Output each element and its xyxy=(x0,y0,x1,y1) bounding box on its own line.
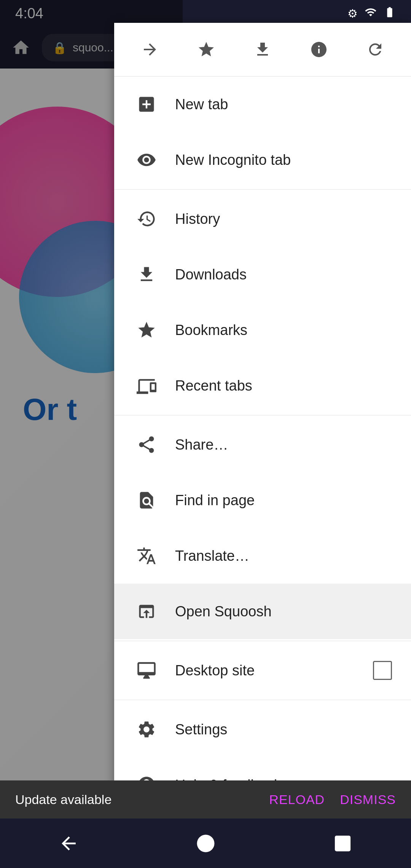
menu-item-downloads[interactable]: Downloads xyxy=(114,247,411,302)
translate-icon xyxy=(133,542,160,569)
menu-item-new-incognito-tab[interactable]: New Incognito tab xyxy=(114,132,411,188)
status-icons: ⚙ xyxy=(347,6,396,21)
bookmarks-label: Bookmarks xyxy=(175,322,392,338)
menu-item-bookmarks[interactable]: Bookmarks xyxy=(114,302,411,358)
nav-bar xyxy=(0,819,411,868)
settings-icon: ⚙ xyxy=(347,7,358,20)
open-squoosh-label: Open Squoosh xyxy=(175,603,392,620)
new-tab-label: New tab xyxy=(175,96,392,113)
downloads-icon xyxy=(133,261,160,288)
history-icon xyxy=(133,206,160,232)
translate-label: Translate… xyxy=(175,548,392,564)
downloads-label: Downloads xyxy=(175,266,392,283)
menu-item-history[interactable]: History xyxy=(114,191,411,247)
update-text: Update available xyxy=(15,792,112,807)
history-label: History xyxy=(175,211,392,227)
find-in-page-icon xyxy=(133,487,160,514)
back-button[interactable] xyxy=(49,824,88,862)
update-actions: RELOAD DISMISS xyxy=(269,792,396,807)
recent-tabs-icon xyxy=(133,372,160,399)
menu-item-share[interactable]: Share… xyxy=(114,417,411,472)
bookmark-button[interactable] xyxy=(191,34,221,65)
divider-2 xyxy=(114,415,411,415)
share-label: Share… xyxy=(175,437,392,453)
divider-1 xyxy=(114,189,411,190)
desktop-site-checkbox[interactable] xyxy=(373,661,392,680)
menu-item-find-in-page[interactable]: Find in page xyxy=(114,472,411,528)
settings-menu-icon xyxy=(133,716,160,743)
forward-button[interactable] xyxy=(135,34,165,65)
svg-rect-1 xyxy=(335,835,350,851)
signal-icon xyxy=(365,6,377,21)
recent-tabs-label: Recent tabs xyxy=(175,378,392,394)
divider-4 xyxy=(114,700,411,700)
menu-toolbar xyxy=(114,23,411,77)
menu-item-desktop-site[interactable]: Desktop site xyxy=(114,643,411,698)
reload-button[interactable]: RELOAD xyxy=(269,792,325,807)
battery-icon xyxy=(384,6,396,21)
context-menu: New tab New Incognito tab History Downlo… xyxy=(114,23,411,841)
desktop-site-label: Desktop site xyxy=(175,662,373,679)
divider-3 xyxy=(114,641,411,641)
dismiss-button[interactable]: DISMISS xyxy=(340,792,396,807)
incognito-icon xyxy=(133,147,160,173)
desktop-site-icon xyxy=(133,657,160,684)
open-squoosh-icon xyxy=(133,598,160,625)
home-nav-button[interactable] xyxy=(186,824,225,862)
menu-item-new-tab[interactable]: New tab xyxy=(114,77,411,132)
menu-item-recent-tabs[interactable]: Recent tabs xyxy=(114,358,411,413)
menu-item-translate[interactable]: Translate… xyxy=(114,528,411,584)
share-icon xyxy=(133,431,160,458)
settings-label: Settings xyxy=(175,721,392,738)
new-incognito-tab-label: New Incognito tab xyxy=(175,152,392,168)
bookmarks-icon xyxy=(133,317,160,343)
page-info-button[interactable] xyxy=(304,34,334,65)
update-banner: Update available RELOAD DISMISS xyxy=(0,780,411,819)
refresh-button[interactable] xyxy=(360,34,390,65)
svg-point-0 xyxy=(197,834,214,852)
recents-button[interactable] xyxy=(323,824,362,862)
menu-item-settings[interactable]: Settings xyxy=(114,702,411,757)
menu-item-open-squoosh[interactable]: Open Squoosh xyxy=(114,584,411,639)
new-tab-icon xyxy=(133,91,160,118)
download-button[interactable] xyxy=(247,34,278,65)
find-in-page-label: Find in page xyxy=(175,492,392,509)
